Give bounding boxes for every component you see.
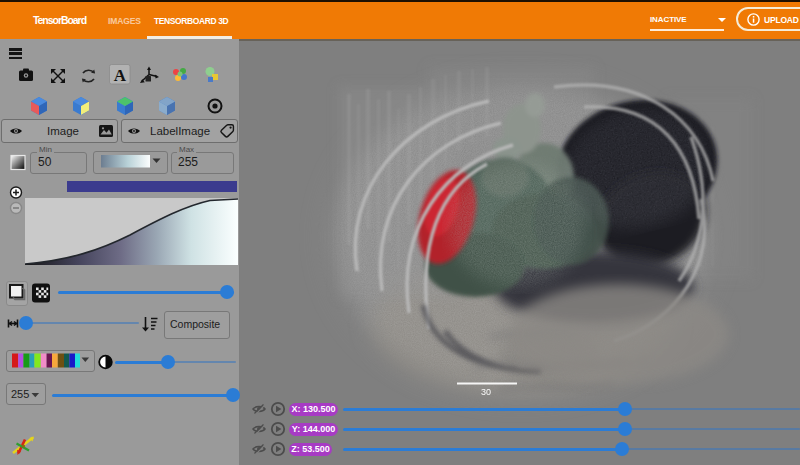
- svg-text:30: 30: [481, 387, 491, 397]
- svg-text:A: A: [114, 66, 127, 85]
